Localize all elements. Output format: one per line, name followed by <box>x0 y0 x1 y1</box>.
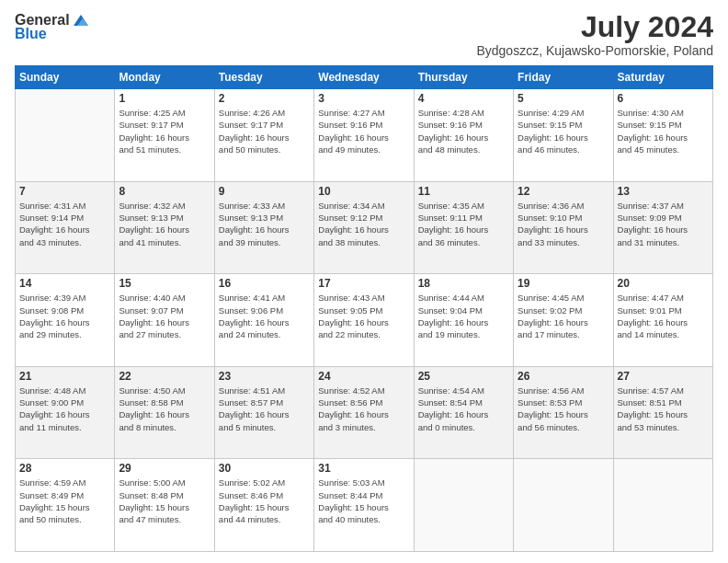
day-info: Sunrise: 4:47 AM Sunset: 9:01 PM Dayligh… <box>618 292 709 340</box>
day-info: Sunrise: 4:57 AM Sunset: 8:51 PM Dayligh… <box>618 385 709 433</box>
day-number: 25 <box>418 370 509 383</box>
table-row: 29Sunrise: 5:00 AM Sunset: 8:48 PM Dayli… <box>115 459 214 552</box>
day-info: Sunrise: 4:52 AM Sunset: 8:56 PM Dayligh… <box>318 385 409 433</box>
col-friday: Friday <box>514 66 613 89</box>
table-row <box>16 89 115 182</box>
day-number: 17 <box>318 277 409 290</box>
day-number: 21 <box>19 370 110 383</box>
day-number: 12 <box>518 185 609 198</box>
day-info: Sunrise: 4:30 AM Sunset: 9:15 PM Dayligh… <box>618 107 709 155</box>
day-info: Sunrise: 4:54 AM Sunset: 8:54 PM Dayligh… <box>418 385 509 433</box>
day-number: 19 <box>518 277 609 290</box>
day-info: Sunrise: 5:00 AM Sunset: 8:48 PM Dayligh… <box>119 477 210 525</box>
table-row <box>414 459 513 552</box>
day-number: 13 <box>618 185 709 198</box>
day-info: Sunrise: 4:33 AM Sunset: 9:13 PM Dayligh… <box>219 200 310 248</box>
table-row: 8Sunrise: 4:32 AM Sunset: 9:13 PM Daylig… <box>115 181 214 274</box>
table-row: 26Sunrise: 4:56 AM Sunset: 8:53 PM Dayli… <box>514 366 613 459</box>
calendar-table: Sunday Monday Tuesday Wednesday Thursday… <box>15 65 713 552</box>
table-row <box>613 459 712 552</box>
day-number: 20 <box>618 277 709 290</box>
day-number: 24 <box>318 370 409 383</box>
table-row: 28Sunrise: 4:59 AM Sunset: 8:49 PM Dayli… <box>16 459 115 552</box>
day-info: Sunrise: 4:43 AM Sunset: 9:05 PM Dayligh… <box>318 292 409 340</box>
table-row: 6Sunrise: 4:30 AM Sunset: 9:15 PM Daylig… <box>613 89 712 182</box>
calendar-row-2: 14Sunrise: 4:39 AM Sunset: 9:08 PM Dayli… <box>16 274 713 367</box>
day-number: 1 <box>119 92 210 105</box>
table-row: 20Sunrise: 4:47 AM Sunset: 9:01 PM Dayli… <box>613 274 712 367</box>
table-row: 15Sunrise: 4:40 AM Sunset: 9:07 PM Dayli… <box>115 274 214 367</box>
day-info: Sunrise: 4:27 AM Sunset: 9:16 PM Dayligh… <box>318 107 409 155</box>
table-row: 27Sunrise: 4:57 AM Sunset: 8:51 PM Dayli… <box>613 366 712 459</box>
table-row: 10Sunrise: 4:34 AM Sunset: 9:12 PM Dayli… <box>314 181 414 274</box>
table-row: 16Sunrise: 4:41 AM Sunset: 9:06 PM Dayli… <box>214 274 313 367</box>
day-number: 2 <box>219 92 310 105</box>
table-row: 14Sunrise: 4:39 AM Sunset: 9:08 PM Dayli… <box>16 274 115 367</box>
day-number: 15 <box>119 277 210 290</box>
day-number: 29 <box>119 462 210 475</box>
table-row: 21Sunrise: 4:48 AM Sunset: 9:00 PM Dayli… <box>16 366 115 459</box>
col-monday: Monday <box>115 66 214 89</box>
day-number: 10 <box>318 185 409 198</box>
table-row: 13Sunrise: 4:37 AM Sunset: 9:09 PM Dayli… <box>613 181 712 274</box>
col-thursday: Thursday <box>414 66 513 89</box>
day-info: Sunrise: 4:37 AM Sunset: 9:09 PM Dayligh… <box>618 200 709 248</box>
table-row: 22Sunrise: 4:50 AM Sunset: 8:58 PM Dayli… <box>115 366 214 459</box>
table-row: 25Sunrise: 4:54 AM Sunset: 8:54 PM Dayli… <box>414 366 513 459</box>
table-row: 9Sunrise: 4:33 AM Sunset: 9:13 PM Daylig… <box>214 181 313 274</box>
day-number: 22 <box>119 370 210 383</box>
day-number: 3 <box>318 92 409 105</box>
calendar-row-4: 28Sunrise: 4:59 AM Sunset: 8:49 PM Dayli… <box>16 459 713 552</box>
table-row: 2Sunrise: 4:26 AM Sunset: 9:17 PM Daylig… <box>214 89 313 182</box>
day-number: 7 <box>19 185 110 198</box>
day-number: 26 <box>518 370 609 383</box>
table-row: 7Sunrise: 4:31 AM Sunset: 9:14 PM Daylig… <box>16 181 115 274</box>
col-tuesday: Tuesday <box>214 66 313 89</box>
day-info: Sunrise: 4:41 AM Sunset: 9:06 PM Dayligh… <box>219 292 310 340</box>
title-block: July 2024 Bydgoszcz, Kujawsko-Pomorskie,… <box>476 11 713 58</box>
day-number: 18 <box>418 277 509 290</box>
table-row: 24Sunrise: 4:52 AM Sunset: 8:56 PM Dayli… <box>314 366 414 459</box>
table-row: 23Sunrise: 4:51 AM Sunset: 8:57 PM Dayli… <box>214 366 313 459</box>
logo-icon <box>72 11 90 29</box>
day-number: 28 <box>19 462 110 475</box>
day-number: 31 <box>318 462 409 475</box>
table-row: 12Sunrise: 4:36 AM Sunset: 9:10 PM Dayli… <box>514 181 613 274</box>
col-wednesday: Wednesday <box>314 66 414 89</box>
logo: General Blue <box>15 11 90 42</box>
day-number: 6 <box>618 92 709 105</box>
day-number: 8 <box>119 185 210 198</box>
day-info: Sunrise: 5:03 AM Sunset: 8:44 PM Dayligh… <box>318 477 409 525</box>
table-row: 3Sunrise: 4:27 AM Sunset: 9:16 PM Daylig… <box>314 89 414 182</box>
logo-blue: Blue <box>15 26 47 42</box>
day-info: Sunrise: 4:59 AM Sunset: 8:49 PM Dayligh… <box>19 477 110 525</box>
col-saturday: Saturday <box>613 66 712 89</box>
day-number: 5 <box>518 92 609 105</box>
header: General Blue July 2024 Bydgoszcz, Kujaws… <box>15 11 713 58</box>
day-info: Sunrise: 4:29 AM Sunset: 9:15 PM Dayligh… <box>518 107 609 155</box>
day-info: Sunrise: 4:32 AM Sunset: 9:13 PM Dayligh… <box>119 200 210 248</box>
day-info: Sunrise: 4:40 AM Sunset: 9:07 PM Dayligh… <box>119 292 210 340</box>
day-info: Sunrise: 4:50 AM Sunset: 8:58 PM Dayligh… <box>119 385 210 433</box>
day-info: Sunrise: 4:35 AM Sunset: 9:11 PM Dayligh… <box>418 200 509 248</box>
day-number: 14 <box>19 277 110 290</box>
day-number: 23 <box>219 370 310 383</box>
day-info: Sunrise: 4:45 AM Sunset: 9:02 PM Dayligh… <box>518 292 609 340</box>
table-row: 4Sunrise: 4:28 AM Sunset: 9:16 PM Daylig… <box>414 89 513 182</box>
day-number: 30 <box>219 462 310 475</box>
day-info: Sunrise: 5:02 AM Sunset: 8:46 PM Dayligh… <box>219 477 310 525</box>
table-row: 17Sunrise: 4:43 AM Sunset: 9:05 PM Dayli… <box>314 274 414 367</box>
table-row: 30Sunrise: 5:02 AM Sunset: 8:46 PM Dayli… <box>214 459 313 552</box>
main-title: July 2024 <box>476 11 713 43</box>
table-row <box>514 459 613 552</box>
day-info: Sunrise: 4:31 AM Sunset: 9:14 PM Dayligh… <box>19 200 110 248</box>
day-number: 9 <box>219 185 310 198</box>
col-sunday: Sunday <box>16 66 115 89</box>
day-number: 4 <box>418 92 509 105</box>
subtitle: Bydgoszcz, Kujawsko-Pomorskie, Poland <box>476 43 713 58</box>
table-row: 5Sunrise: 4:29 AM Sunset: 9:15 PM Daylig… <box>514 89 613 182</box>
day-info: Sunrise: 4:51 AM Sunset: 8:57 PM Dayligh… <box>219 385 310 433</box>
header-row: Sunday Monday Tuesday Wednesday Thursday… <box>16 66 713 89</box>
day-number: 16 <box>219 277 310 290</box>
day-info: Sunrise: 4:28 AM Sunset: 9:16 PM Dayligh… <box>418 107 509 155</box>
